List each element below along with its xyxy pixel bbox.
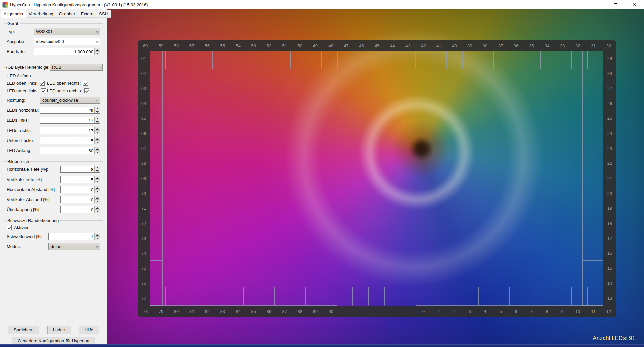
spin-up-button[interactable] xyxy=(95,137,100,141)
led-number: 15 xyxy=(603,261,616,276)
output-input[interactable]: /dev/spidev0.0 xyxy=(34,38,100,45)
spin-field[interactable]: 0 xyxy=(60,186,100,193)
rgb-order-select[interactable]: RGB xyxy=(50,64,103,71)
spin-down-button[interactable] xyxy=(95,110,100,113)
led-number: 33 xyxy=(555,40,570,51)
field-row: Horizontale Tiefe [%]:8 xyxy=(7,166,100,173)
spin-up-button[interactable] xyxy=(95,176,100,180)
restore-button[interactable] xyxy=(606,0,625,9)
led-cells-right xyxy=(582,51,603,306)
spin-field[interactable]: 0 xyxy=(60,206,100,213)
spin-down-button[interactable] xyxy=(95,169,100,172)
baudrate-field[interactable]: 1.000.000 xyxy=(34,48,100,55)
threshold-field[interactable]: 1 xyxy=(48,233,100,240)
led-number: 57 xyxy=(184,40,200,51)
led-cell xyxy=(275,51,291,69)
tab-allgemein[interactable]: Allgemein xyxy=(1,10,26,18)
spin-field[interactable]: 17 xyxy=(40,117,100,124)
spin-up-button[interactable] xyxy=(95,233,100,237)
threshold-row: Schwellenwert [%]: 1 xyxy=(7,233,100,240)
led-cell xyxy=(150,126,163,141)
led-number: 4 xyxy=(477,306,493,317)
led-cell xyxy=(416,51,431,69)
led-number: 16 xyxy=(603,246,616,261)
load-button[interactable]: Laden xyxy=(47,326,71,334)
minimize-button[interactable] xyxy=(588,0,606,9)
spin-field[interactable]: 0 xyxy=(60,196,100,203)
spin-up-button[interactable] xyxy=(95,147,100,151)
spin-field[interactable]: 17 xyxy=(40,127,100,134)
led-cell xyxy=(582,51,603,66)
tab-verarbeitung[interactable]: Verarbeitung xyxy=(26,10,56,18)
spin-up-button[interactable] xyxy=(95,127,100,131)
tab-extern[interactable]: Extern xyxy=(78,10,97,18)
tab-grabber[interactable]: Grabber xyxy=(56,10,78,18)
led-cell xyxy=(510,287,525,306)
tab-ssh[interactable]: SSH xyxy=(96,10,111,18)
spin-up-button[interactable] xyxy=(95,186,100,190)
enabled-checkbox[interactable] xyxy=(7,225,12,230)
spin-up-button[interactable] xyxy=(95,166,100,169)
led-number: 48 xyxy=(323,40,339,51)
generate-config-button[interactable]: Generiere Konfiguration für Hyperion xyxy=(12,337,95,345)
led-number: 61 xyxy=(138,51,150,66)
spin-field[interactable]: 29 xyxy=(40,107,100,114)
spin-down-button[interactable] xyxy=(95,120,100,123)
direction-value: counter_clockwise xyxy=(42,98,78,103)
led-corner-checkbox[interactable] xyxy=(83,81,88,86)
spin-down-button[interactable] xyxy=(95,180,100,183)
spin-field[interactable]: 8 xyxy=(60,166,100,173)
led-number xyxy=(400,306,416,317)
save-button[interactable]: Speichern xyxy=(8,326,39,334)
spin-down-button[interactable] xyxy=(95,141,100,144)
spin-down-button[interactable] xyxy=(95,151,100,154)
direction-select[interactable]: counter_clockwise xyxy=(40,97,100,104)
led-number: 22 xyxy=(603,156,616,171)
device-group: Gerät Typ: WS2801 Ausgabe: /dev/spidev0.… xyxy=(4,23,103,59)
titlebar[interactable]: HyperCon - Hyperion Konfigurationsprogra… xyxy=(0,0,644,9)
led-number: 19 xyxy=(603,201,616,216)
led-cell xyxy=(166,287,181,306)
led-number: 87 xyxy=(277,306,292,317)
led-corner-checkbox[interactable] xyxy=(40,81,45,86)
help-button[interactable]: Hilfe xyxy=(79,326,99,334)
led-number: 56 xyxy=(200,40,215,51)
led-cell xyxy=(494,287,510,306)
led-number: 37 xyxy=(493,40,508,51)
led-number: 29 xyxy=(603,51,616,66)
field-label: Horizontaler Abstand [%]: xyxy=(7,187,60,192)
spinner xyxy=(94,48,100,55)
spin-up-button[interactable] xyxy=(95,196,100,200)
led-corner-checkbox[interactable] xyxy=(84,88,89,93)
led-number: 0 xyxy=(416,306,431,317)
checkbox-label: LED unten rechts: xyxy=(47,88,82,93)
spinner xyxy=(94,176,100,183)
led-cell xyxy=(463,51,478,69)
spin-up-button[interactable] xyxy=(95,206,100,210)
spin-down-button[interactable] xyxy=(95,52,100,55)
spin-down-button[interactable] xyxy=(95,131,100,134)
spin-down-button[interactable] xyxy=(95,190,100,193)
mode-select[interactable]: default xyxy=(48,243,100,250)
led-numbers-top: 6059585756555453525150494847464544434241… xyxy=(138,40,616,51)
spin-up-button[interactable] xyxy=(95,107,100,110)
spin-down-button[interactable] xyxy=(95,210,100,213)
field-row: Vertikale Tiefe [%]:5 xyxy=(7,176,100,183)
spin-field[interactable]: 5 xyxy=(60,176,100,183)
led-cell xyxy=(525,51,541,69)
type-select[interactable]: WS2801 xyxy=(34,28,100,35)
checkbox-row: LED unten links: xyxy=(7,88,47,93)
led-number: 25 xyxy=(603,111,616,126)
spin-field[interactable]: -60 xyxy=(40,147,100,154)
close-button[interactable]: ✕ xyxy=(625,0,644,9)
spin-field[interactable]: 5 xyxy=(40,137,100,144)
led-cell xyxy=(582,261,603,276)
spin-up-button[interactable] xyxy=(95,117,100,120)
led-number: 30 xyxy=(601,40,616,51)
field-label: Untere Lücke: xyxy=(7,138,40,143)
led-corner-checkbox[interactable] xyxy=(41,88,46,93)
spin-down-button[interactable] xyxy=(95,200,100,203)
mode-label: Modus: xyxy=(7,244,48,249)
spin-down-button[interactable] xyxy=(95,237,100,240)
spin-up-button[interactable] xyxy=(95,48,100,52)
